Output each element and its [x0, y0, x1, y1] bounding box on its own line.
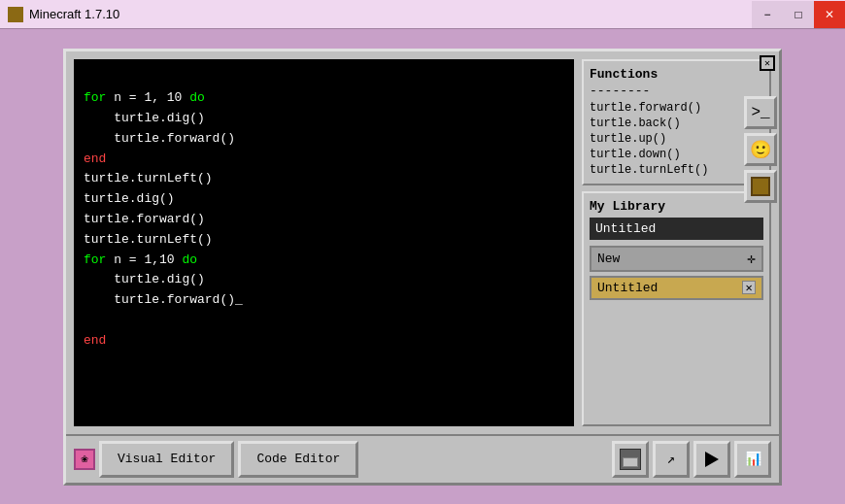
keyword-end-1: end: [84, 151, 106, 166]
code-panel[interactable]: for n = 1, 10 do turtle.dig() turtle.for…: [74, 59, 574, 426]
maximize-button[interactable]: □: [783, 1, 814, 28]
code-editor-button[interactable]: Code Editor: [238, 441, 358, 478]
library-item-name: Untitled: [597, 281, 658, 295]
functions-divider: --------: [590, 84, 763, 98]
dialog: ✕ for n = 1, 10 do turtle.dig() turtle.f…: [63, 49, 782, 486]
function-item-forward[interactable]: turtle.forward(): [590, 100, 763, 116]
function-item-back[interactable]: turtle.back(): [590, 116, 763, 131]
save-button[interactable]: [612, 441, 649, 478]
function-item-turnleft[interactable]: turtle.turnLeft(): [590, 162, 763, 178]
dialog-body: for n = 1, 10 do turtle.dig() turtle.for…: [74, 59, 771, 426]
title-bar: Minecraft 1.7.10 − □ ✕: [0, 0, 845, 29]
code-editor[interactable]: for n = 1, 10 do turtle.dig() turtle.for…: [84, 69, 564, 372]
functions-title: Functions: [590, 67, 763, 82]
keyword-do-1: do: [189, 90, 205, 105]
main-area: ✕ for n = 1, 10 do turtle.dig() turtle.f…: [0, 29, 845, 504]
visual-editor-button[interactable]: Visual Editor: [99, 441, 234, 478]
function-item-up[interactable]: turtle.up(): [590, 131, 763, 147]
window-controls: − □ ✕: [752, 0, 845, 28]
keyword-for-1: for: [84, 90, 106, 105]
keyword-do-2: do: [182, 252, 197, 267]
keyword-for-2: for: [84, 252, 106, 267]
play-button[interactable]: [693, 441, 730, 478]
right-icon-strip: >_ 🙂: [742, 88, 779, 483]
arrow-right-icon: ↗: [667, 451, 675, 467]
terminal-strip-button[interactable]: >_: [744, 96, 777, 129]
current-program-name: Untitled: [590, 218, 763, 240]
face-icon: 🙂: [750, 139, 771, 160]
minimize-button[interactable]: −: [752, 1, 783, 28]
dialog-close-button[interactable]: ✕: [760, 55, 775, 71]
bottom-toolbar: ❀ Visual Editor Code Editor ↗ 📊: [66, 434, 779, 483]
library-item-untitled[interactable]: Untitled ✕: [590, 276, 763, 300]
function-item-down[interactable]: turtle.down(): [590, 147, 763, 162]
library-title: My Library: [590, 199, 763, 214]
title-bar-left: Minecraft 1.7.10: [0, 7, 119, 22]
terminal-icon: >_: [751, 104, 769, 121]
keyword-end-2: end: [84, 333, 106, 348]
flower-symbol: ❀: [81, 452, 87, 466]
new-label: New: [597, 252, 620, 266]
window-title: Minecraft 1.7.10: [29, 7, 119, 21]
face-strip-button[interactable]: 🙂: [744, 133, 777, 166]
app-icon: [8, 7, 23, 22]
close-button[interactable]: ✕: [814, 1, 845, 28]
box-icon: [751, 177, 770, 196]
new-button-row[interactable]: New ✛: [590, 246, 763, 272]
run-button[interactable]: ↗: [653, 441, 690, 478]
flower-icon-button[interactable]: ❀: [74, 449, 95, 470]
box-strip-button[interactable]: [744, 170, 777, 203]
floppy-disk-icon: [620, 449, 641, 470]
play-icon: [705, 452, 719, 467]
